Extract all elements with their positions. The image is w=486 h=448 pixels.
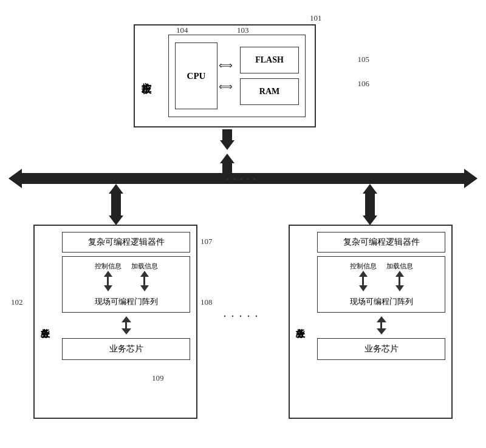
arrow-up-1 [220,154,234,163]
fpga-section-left: 控制信息 加载信息 [62,256,190,313]
cpld-box-right: 复杂可编程逻辑器件 [317,232,445,253]
h-arrows: ⟺ ⟺ [219,59,233,92]
ctrl-down-arrow-right [359,285,368,291]
v-line-1 [222,129,232,140]
fpga-to-chip-arrow-left [62,316,190,334]
fpga-section-right: 控制信息 加载信息 [317,256,445,313]
chip-box-left: 业务芯片 [62,338,190,360]
v-line-left-1 [111,194,121,205]
arrow-up-left [109,184,123,194]
ctrl-arrows-right [359,271,368,291]
load-arrow-left: 加载信息 [131,262,158,291]
v-line-right-1 [365,194,375,205]
ref-104: 104 [176,25,188,35]
memory-boxes: FLASH RAM [234,47,305,105]
load-label-left: 加载信息 [131,262,158,271]
chip-down-arrow-left [122,328,131,334]
load-arrows-right [395,271,404,291]
cpld-box-left: 复杂可编程逻辑器件 [62,232,190,253]
arrow-up-right [363,184,377,194]
chip-up-arrow-left [122,316,131,322]
ctrl-label-right: 控制信息 [350,262,377,271]
diagram-container: 101 主控板 CPU ⟺ ⟺ FLASH RAM 104 103 105 10… [0,0,486,448]
load-up-arrow-right [395,271,404,277]
arrow-down-left [109,216,123,225]
ctrl-line-left [107,277,109,285]
ctrl-arrows-left [104,271,112,291]
ref-102: 102 [11,297,23,307]
chip-box-right: 业务芯片 [317,338,445,360]
fpga-title-right: 现场可编程门阵列 [347,294,416,310]
v-arrow-left-down [109,184,123,225]
ctrl-label-left: 控制信息 [95,262,122,271]
cpu-box: CPU [175,42,217,109]
ref-106: 106 [358,79,370,89]
inner-arrows-right: 控制信息 加载信息 [320,259,442,294]
v-arrow-right-down [363,184,377,225]
v-line-right-2 [365,205,375,216]
arrow-down-1 [220,140,234,150]
ref-107: 107 [200,237,213,246]
ref-109: 109 [152,373,164,383]
bus-arrow-right [464,169,477,188]
load-line-right [399,277,400,285]
load-up-arrow-left [140,271,149,277]
ctrl-up-arrow-left [104,271,112,277]
fpga-to-chip-arrow-right [317,316,445,334]
bus-arrow-left [9,169,22,188]
service-board-right-content: 复杂可编程逻辑器件 控制信息 加载信息 [317,232,445,412]
service-board-left: 业务板 复杂可编程逻辑器件 控制信息 [33,225,197,419]
ctrl-down-arrow-left [104,285,112,291]
load-arrows-left [140,271,149,291]
load-down-arrow-left [140,285,149,291]
arrow-top: ⟺ [219,59,233,71]
ctrl-up-arrow-right [359,271,368,277]
ref-101: 101 [310,13,322,23]
arrow-bottom: ⟺ [219,81,233,92]
chip-down-arrow-right [377,328,386,334]
service-board-right: 业务板 复杂可编程逻辑器件 控制信息 加载信息 [289,225,453,419]
load-arrow-right: 加载信息 [386,262,413,291]
ctrl-arrow-right: 控制信息 [350,262,377,291]
v-line-left-2 [111,205,121,216]
service-board-left-content: 复杂可编程逻辑器件 控制信息 加载 [62,232,190,412]
ctrl-line-right [362,277,364,285]
dots-bus: ····· [227,172,260,186]
main-board-inner: CPU ⟺ ⟺ FLASH RAM [168,35,306,117]
ram-box: RAM [240,78,299,105]
main-board: 主控板 CPU ⟺ ⟺ FLASH RAM [134,24,316,127]
load-line-left [143,277,145,285]
chip-line-left [125,322,127,328]
chip-up-arrow-right [377,316,386,322]
ref-103: 103 [237,25,249,35]
v-arrow-main-up [220,154,234,174]
ref-105: 105 [358,55,370,64]
chip-line-right [380,322,382,328]
inner-arrows-left: 控制信息 加载信息 [65,259,187,294]
main-board-label: 主控板 [140,74,152,78]
v-arrow-main-down [220,129,234,150]
ctrl-arrow-left: 控制信息 [95,262,122,291]
ref-108: 108 [200,297,213,307]
load-label-right: 加载信息 [386,262,413,271]
flash-box: FLASH [240,47,299,73]
arrow-down-right [363,216,377,225]
fpga-title-left: 现场可编程门阵列 [92,294,160,310]
load-down-arrow-right [395,285,404,291]
dots-middle: ····· [224,310,263,324]
